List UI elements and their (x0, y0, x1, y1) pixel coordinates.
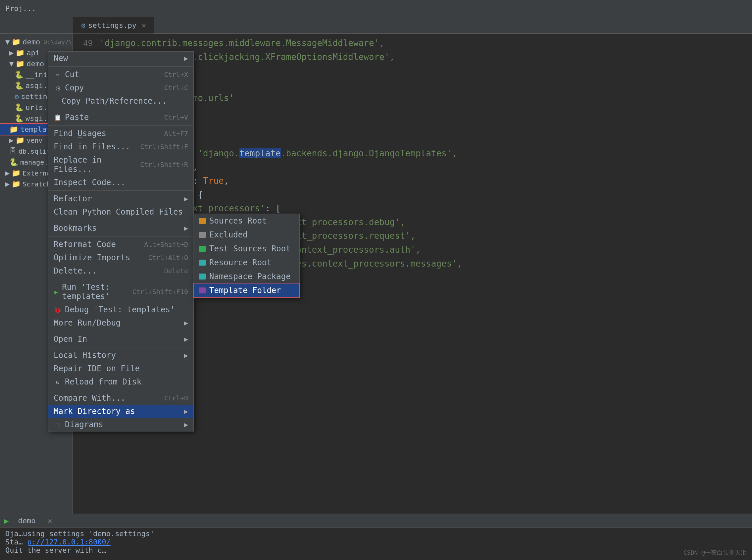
sources-root-icon (199, 218, 206, 224)
menu-sep-5 (48, 220, 194, 220)
context-menu: New ▶ ✂ Cut Ctrl+X ⎘ Copy Ctrl+C Copy Pa… (48, 51, 194, 432)
chevron-down-icon: ▼ (5, 38, 9, 46)
menu-item-refactor[interactable]: Refactor ▶ (48, 192, 194, 205)
menu-item-copy[interactable]: ⎘ Copy Ctrl+C (48, 81, 194, 94)
menu-label-clean-python: Clean Python Compiled Files (54, 207, 183, 217)
menu-item-mark-dir-as[interactable]: Mark Directory as ▶ (48, 405, 194, 418)
submenu-mark-dir-as: Sources Root Excluded Test Sources Root … (194, 214, 300, 298)
delete-shortcut: Delete (164, 267, 188, 275)
sidebar-item-demo-root[interactable]: ▼ 📁 demo D:\day7\demo (0, 36, 73, 47)
settings-tab-label: settings.py (88, 21, 137, 29)
folder-icon: 📁 (9, 125, 18, 134)
chevron-right-icon: ▶ (5, 169, 9, 177)
menu-item-clean-python[interactable]: Clean Python Compiled Files (48, 205, 194, 219)
menu-sep-10 (48, 390, 194, 390)
close-icon[interactable]: ✕ (142, 21, 146, 29)
chevron-down-icon: ▼ (9, 60, 14, 68)
tab-settings[interactable]: ⚙ settings.py ✕ (73, 17, 154, 34)
folder-icon: 📁 (12, 180, 21, 188)
menu-item-repair-ide[interactable]: Repair IDE on File (48, 362, 194, 375)
menu-item-more-run[interactable]: More Run/Debug ▶ (48, 316, 194, 329)
menu-label-repair-ide: Repair IDE on File (54, 364, 140, 373)
folder-icon: 📁 (12, 38, 21, 46)
submenu-item-namespace-package[interactable]: Namespace Package (194, 269, 299, 283)
submenu-label-template-folder: Template Folder (209, 286, 281, 295)
submenu-item-sources-root[interactable]: Sources Root (194, 214, 299, 228)
menu-item-cut[interactable]: ✂ Cut Ctrl+X (48, 68, 194, 81)
menu-sep-4 (48, 191, 194, 191)
menu-label-replace-in-files: Replace in Files... (54, 155, 134, 174)
run-output-link[interactable]: p://127.0.0.1:8000/ (27, 538, 110, 546)
submenu-item-template-folder[interactable]: Template Folder (194, 283, 299, 297)
menu-sep-6 (48, 236, 194, 237)
submenu-label-excluded: Excluded (209, 230, 248, 239)
menu-item-reformat-code[interactable]: Reformat Code Alt+Shift+D (48, 238, 194, 251)
run-tab-bar: ▶ demo ✕ (0, 514, 752, 527)
menu-item-find-usages[interactable]: Find Usages Alt+F7 (48, 127, 194, 140)
debug-icon: 🐞 (54, 306, 62, 313)
template-folder-icon (199, 287, 206, 294)
menu-item-optimize-imports[interactable]: Optimize Imports Ctrl+Alt+O (48, 251, 194, 264)
menu-label-delete: Delete... (54, 266, 97, 276)
submenu-arrow-local-history: ▶ (184, 352, 188, 359)
submenu-arrow-mark-dir-as: ▶ (184, 407, 188, 415)
menu-item-new[interactable]: New ▶ (48, 52, 194, 65)
menu-label-find-usages: Find Usages (54, 129, 106, 138)
run-tab-demo[interactable]: demo (14, 515, 39, 526)
submenu-label-namespace-package: Namespace Package (209, 272, 291, 281)
menu-label-find-in-files: Find in Files... (54, 142, 130, 151)
menu-item-copy-path[interactable]: Copy Path/Reference... (48, 94, 194, 108)
submenu-item-resource-root[interactable]: Resource Root (194, 256, 299, 269)
compare-with-shortcut: Ctrl+D (164, 394, 188, 402)
submenu-arrow-refactor: ▶ (184, 195, 188, 203)
sidebar-path: D:\day7\demo (43, 38, 73, 45)
chevron-right-icon: ▶ (5, 180, 9, 188)
find-usages-shortcut: Alt+F7 (164, 129, 188, 137)
menu-item-diagrams[interactable]: ⬚ Diagrams ▶ (48, 418, 194, 431)
diagrams-icon: ⬚ (54, 421, 62, 428)
copy-icon: ⎘ (54, 84, 62, 92)
run-output-text-1: Dja…using settings 'demo.settings' (5, 529, 154, 538)
menu-label-debug-test: Debug 'Test: templates' (65, 305, 175, 314)
cut-shortcut: Ctrl+X (164, 71, 188, 79)
code-line-49: 49 'django.contrib.messages.middleware.M… (73, 36, 752, 50)
chevron-right-icon: ▶ (9, 136, 14, 144)
resource-root-icon (199, 260, 206, 266)
close-run-tab-icon[interactable]: ✕ (47, 516, 52, 525)
menu-label-run-test: Run 'Test: templates' (62, 282, 125, 301)
folder-icon: 📁 (16, 49, 24, 57)
menu-sep-3 (48, 125, 194, 125)
menu-label-paste: Paste (65, 113, 89, 122)
replace-in-files-shortcut: Ctrl+Shift+R (140, 161, 188, 168)
reformat-code-shortcut: Alt+Shift+D (144, 240, 188, 248)
menu-item-local-history[interactable]: Local History ▶ (48, 349, 194, 362)
menu-label-reformat-code: Reformat Code (54, 240, 116, 249)
folder-icon: 📁 (16, 136, 24, 144)
submenu-label-sources-root: Sources Root (209, 216, 267, 225)
submenu-label-test-sources-root: Test Sources Root (209, 244, 291, 253)
find-in-files-shortcut: Ctrl+Shift+F (140, 143, 188, 151)
menu-item-open-in[interactable]: Open In ▶ (48, 333, 194, 346)
menu-label-copy: Copy (65, 83, 84, 93)
submenu-item-test-sources-root[interactable]: Test Sources Root (194, 242, 299, 256)
menu-item-bookmarks[interactable]: Bookmarks ▶ (48, 222, 194, 235)
menu-label-cut: Cut (65, 70, 79, 79)
menu-item-debug-test[interactable]: 🐞 Debug 'Test: templates' (48, 303, 194, 316)
menu-item-run-test[interactable]: ▶ Run 'Test: templates' Ctrl+Shift+F10 (48, 280, 194, 303)
run-icon: ▶ (54, 288, 59, 295)
menu-item-delete[interactable]: Delete... Delete (48, 264, 194, 278)
menu-item-inspect-code[interactable]: Inspect Code... (48, 176, 194, 189)
menu-item-reload-disk[interactable]: ↻ Reload from Disk (48, 375, 194, 388)
menu-item-replace-in-files[interactable]: Replace in Files... Ctrl+Shift+R (48, 153, 194, 176)
menu-sep-9 (48, 347, 194, 347)
menu-sep-1 (48, 66, 194, 66)
folder-icon: 📁 (12, 169, 21, 177)
submenu-arrow-bookmarks: ▶ (184, 224, 188, 232)
menu-item-paste[interactable]: 📋 Paste Ctrl+V (48, 111, 194, 124)
menu-item-find-in-files[interactable]: Find in Files... Ctrl+Shift+F (48, 140, 194, 153)
menu-item-compare-with[interactable]: Compare With... Ctrl+D (48, 392, 194, 405)
run-line-1: Dja…using settings 'demo.settings' (5, 529, 747, 538)
menu-sep-7 (48, 279, 194, 279)
folder-icon: 📁 (16, 60, 24, 68)
submenu-item-excluded[interactable]: Excluded (194, 228, 299, 242)
